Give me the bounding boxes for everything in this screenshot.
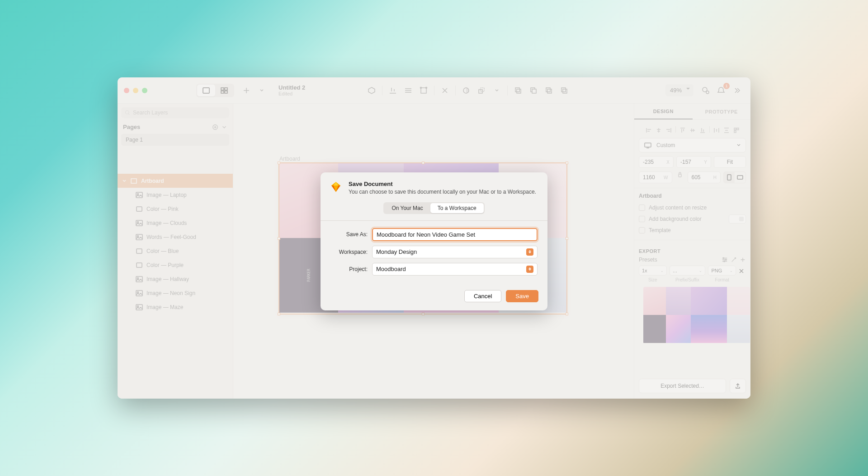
- app-window: Untitled 2 Edited 49% 1: [118, 77, 750, 399]
- modal-title: Save Document: [349, 181, 536, 187]
- saveas-label: Save As:: [330, 231, 372, 238]
- cancel-button[interactable]: Cancel: [464, 290, 501, 302]
- select-arrows-icon: [526, 248, 533, 256]
- tab-on-your-mac[interactable]: On Your Mac: [384, 203, 430, 213]
- modal-subtitle: You can choose to save this document loc…: [349, 188, 536, 196]
- workspace-label: Workspace:: [330, 249, 372, 255]
- tab-to-workspace[interactable]: To a Workspace: [430, 203, 484, 213]
- sketch-app-icon: [330, 181, 342, 193]
- workspace-select[interactable]: Monday Design: [372, 246, 538, 258]
- modal-overlay: Save Document You can choose to save thi…: [118, 77, 750, 399]
- save-button[interactable]: Save: [506, 290, 538, 302]
- save-location-segment[interactable]: On Your Mac To a Workspace: [383, 202, 484, 214]
- project-select[interactable]: Moodboard: [372, 263, 538, 276]
- project-label: Project:: [330, 266, 372, 272]
- select-arrows-icon: [526, 266, 533, 273]
- saveas-input[interactable]: [372, 228, 538, 241]
- save-dialog: Save Document You can choose to save thi…: [321, 172, 547, 310]
